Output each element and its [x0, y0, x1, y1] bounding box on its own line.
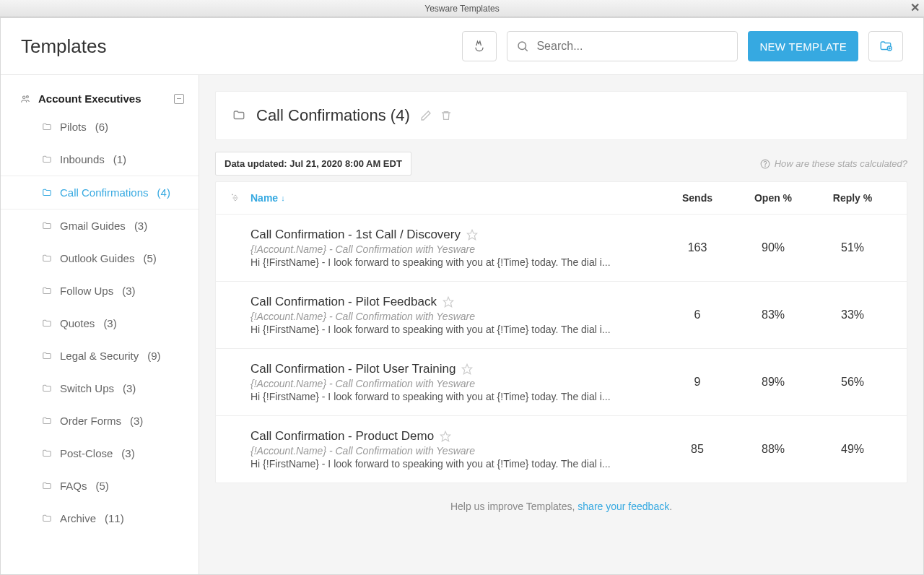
sidebar-folder[interactable]: Gmail Guides (3): [1, 209, 199, 242]
folder-count: (3): [103, 317, 116, 329]
column-name[interactable]: Name ↓: [250, 192, 661, 204]
sidebar-folder[interactable]: Inbounds (1): [1, 143, 199, 176]
sidebar-folder[interactable]: Call Confirmations (4): [1, 176, 199, 209]
folder-icon: [41, 155, 53, 165]
metric-open: 88%: [733, 443, 813, 456]
template-name: Call Confirmation - Product Demo: [250, 429, 434, 444]
stats-help-text: How are these stats calculated?: [775, 158, 907, 169]
metric-sends: 9: [661, 376, 733, 389]
new-template-button[interactable]: NEW TEMPLATE: [748, 31, 858, 61]
template-subject: {!Account.Name} - Call Confirmation with…: [250, 243, 661, 255]
sidebar-folder[interactable]: Switch Ups (3): [1, 372, 199, 405]
column-reply[interactable]: Reply %: [813, 192, 892, 204]
metric-sends: 163: [661, 241, 733, 254]
svg-point-3: [23, 95, 26, 98]
template-preview: Hi {!FirstName} - I look forward to spea…: [250, 458, 661, 470]
svg-marker-11: [440, 431, 450, 441]
folder-count: (9): [147, 350, 160, 362]
sidebar-folder[interactable]: Legal & Security (9): [1, 340, 199, 372]
template-name: Call Confirmation - Pilot Feedback: [250, 295, 437, 309]
star-icon[interactable]: [461, 363, 473, 375]
svg-marker-10: [463, 364, 472, 373]
search-input[interactable]: [536, 40, 728, 53]
folder-icon: [41, 449, 53, 459]
svg-point-7: [232, 194, 233, 195]
template-row[interactable]: Call Confirmation - Pilot Feedback{!Acco…: [216, 282, 907, 349]
column-open[interactable]: Open %: [733, 192, 813, 204]
star-icon[interactable]: [443, 296, 454, 308]
window-title: Yesware Templates: [424, 4, 499, 14]
folder-count: (1): [113, 153, 126, 165]
template-subject: {!Account.Name} - Call Confirmation with…: [250, 378, 661, 389]
folder-label: Outlook Guides: [60, 252, 134, 264]
feedback-line: Help us improve Templates, share your fe…: [215, 483, 907, 518]
folder-icon: [41, 319, 53, 329]
svg-point-6: [764, 165, 765, 166]
folder-count: (3): [122, 285, 135, 297]
template-name: Call Confirmation - Pilot User Training: [250, 362, 456, 376]
search-box[interactable]: [507, 31, 738, 61]
sidebar-folder[interactable]: Outlook Guides (5): [1, 242, 199, 274]
folder-icon: [41, 254, 53, 264]
sidebar-folder[interactable]: Pilots (6): [1, 111, 199, 143]
folder-icon: [41, 416, 53, 426]
folder-icon: [41, 384, 53, 394]
help-icon: [760, 159, 770, 169]
edit-icon[interactable]: [420, 110, 432, 121]
feedback-link[interactable]: share your feedback: [578, 501, 669, 512]
folder-label: Switch Ups: [60, 382, 114, 394]
sidebar-folder[interactable]: Follow Ups (3): [1, 274, 199, 307]
svg-line-1: [525, 48, 528, 51]
template-row[interactable]: Call Confirmation - Pilot User Training{…: [216, 349, 907, 416]
folder-header: Call Confirmations (4): [215, 91, 907, 140]
svg-marker-9: [443, 297, 453, 306]
trash-icon[interactable]: [440, 110, 452, 121]
folder-label: Inbounds: [60, 153, 105, 165]
folder-icon: [232, 109, 246, 122]
folder-icon: [41, 351, 53, 361]
folder-icon: [41, 514, 53, 524]
stats-help-link[interactable]: How are these stats calculated?: [760, 158, 907, 169]
template-subject: {!Account.Name} - Call Confirmation with…: [250, 311, 661, 322]
header: Templates NEW TEMPLATE: [1, 18, 923, 75]
collapse-icon[interactable]: [174, 94, 184, 104]
metric-open: 89%: [733, 376, 813, 389]
close-icon[interactable]: ✕: [910, 2, 920, 14]
folder-count: (5): [96, 480, 109, 492]
sidebar-folder[interactable]: Post-Close (3): [1, 437, 199, 470]
sidebar-folder[interactable]: Order Forms (3): [1, 405, 199, 437]
people-icon: [19, 94, 31, 104]
sidebar-folder[interactable]: Quotes (3): [1, 307, 199, 340]
folder-count: (11): [105, 512, 124, 524]
folder-add-icon: [879, 40, 893, 53]
template-preview: Hi {!FirstName} - I look forward to spea…: [250, 324, 661, 335]
feedback-period: .: [669, 501, 672, 512]
team-row[interactable]: Account Executives: [1, 87, 199, 111]
column-sends[interactable]: Sends: [661, 192, 733, 204]
folder-label: Quotes: [60, 317, 95, 329]
header-actions: NEW TEMPLATE: [462, 31, 903, 61]
sidebar-folder[interactable]: FAQs (5): [1, 470, 199, 502]
wave-button[interactable]: [462, 31, 497, 61]
team-name: Account Executives: [38, 92, 167, 105]
template-row[interactable]: Call Confirmation - Product Demo{!Accoun…: [216, 416, 907, 483]
feedback-text: Help us improve Templates,: [450, 501, 578, 512]
template-info: Call Confirmation - Pilot Feedback{!Acco…: [230, 295, 661, 335]
template-name: Call Confirmation - 1st Call / Discovery: [250, 228, 461, 242]
sidebar-folder[interactable]: Archive (11): [1, 502, 199, 535]
folder-count: (3): [121, 447, 134, 459]
folder-icon: [41, 122, 53, 132]
template-info: Call Confirmation - Pilot User Training{…: [230, 362, 661, 402]
data-updated-badge: Data updated: Jul 21, 2020 8:00 AM EDT: [215, 152, 411, 176]
sort-handle-header: [230, 192, 250, 204]
new-folder-button[interactable]: [868, 31, 903, 61]
template-info: Call Confirmation - Product Demo{!Accoun…: [230, 429, 661, 470]
star-icon[interactable]: [466, 229, 478, 241]
folder-title: Call Confirmations (4): [256, 106, 410, 125]
star-icon[interactable]: [440, 431, 451, 442]
folder-label: Follow Ups: [60, 285, 113, 297]
template-row[interactable]: Call Confirmation - 1st Call / Discovery…: [216, 215, 907, 282]
folder-count: (3): [134, 220, 147, 232]
app-window: Templates NEW TEMPLATE: [0, 17, 924, 575]
main-content: Call Confirmations (4) Data updated: Jul…: [199, 75, 923, 574]
